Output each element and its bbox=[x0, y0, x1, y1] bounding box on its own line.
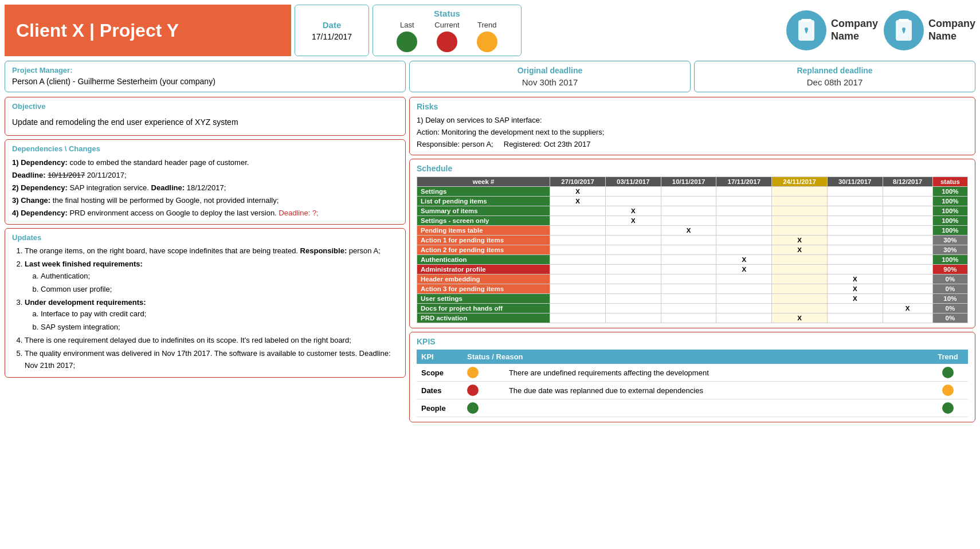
schedule-cell bbox=[883, 284, 932, 294]
deadline-row: Original deadline Nov 30th 2017 Replanne… bbox=[409, 61, 975, 92]
status-box: Status Last Current Trend bbox=[373, 5, 522, 56]
schedule-task-name: Action 2 for pending items bbox=[417, 245, 550, 255]
svg-point-2 bbox=[805, 28, 808, 31]
schedule-cell bbox=[883, 265, 932, 274]
schedule-cell bbox=[605, 245, 661, 255]
schedule-cell bbox=[883, 313, 932, 323]
schedule-cell bbox=[772, 187, 828, 197]
schedule-cell bbox=[827, 187, 883, 197]
original-deadline-box: Original deadline Nov 30th 2017 bbox=[409, 61, 691, 92]
project-title: Client X | Project Y bbox=[5, 5, 291, 56]
schedule-status: 90% bbox=[932, 265, 967, 274]
schedule-cell bbox=[716, 197, 772, 206]
status-label: Status bbox=[434, 9, 460, 18]
risks-box: Risks 1) Delay on services to SAP interf… bbox=[409, 97, 975, 155]
schedule-cell bbox=[883, 187, 932, 197]
schedule-cell bbox=[716, 274, 772, 284]
pm-box: Project Manager: Person A (client) - Gui… bbox=[5, 61, 406, 92]
schedule-cell bbox=[883, 255, 932, 265]
schedule-cell bbox=[550, 284, 606, 294]
schedule-cell bbox=[661, 245, 716, 255]
schedule-cell: X bbox=[883, 304, 932, 313]
schedule-task-name: Authentication bbox=[417, 255, 550, 265]
schedule-cell bbox=[550, 216, 606, 226]
schedule-cell bbox=[605, 294, 661, 304]
company-logo-1: CompanyName bbox=[786, 10, 878, 50]
kpi-reason bbox=[504, 399, 928, 417]
schedule-cell bbox=[661, 197, 716, 206]
kpi-name: Scope bbox=[417, 364, 462, 382]
risks-text: 1) Delay on services to SAP interface: A… bbox=[417, 115, 968, 150]
schedule-cell bbox=[550, 226, 606, 236]
schedule-cell bbox=[550, 265, 606, 274]
schedule-task-name: Administrator profile bbox=[417, 265, 550, 274]
schedule-cell bbox=[661, 294, 716, 304]
schedule-task-name: List of pending items bbox=[417, 197, 550, 206]
date-label: Date bbox=[323, 20, 342, 30]
main-content: Objective Update and remodeling the end … bbox=[5, 97, 975, 422]
schedule-task-name: Settings - screen only bbox=[417, 216, 550, 226]
schedule-cell bbox=[827, 206, 883, 216]
schedule-cell bbox=[661, 313, 716, 323]
schedule-cell bbox=[772, 226, 828, 236]
status-last-label: Last bbox=[400, 21, 414, 29]
dependencies-label: Dependencies \ Changes bbox=[12, 144, 398, 153]
schedule-cell bbox=[661, 206, 716, 216]
schedule-task-name: Docs for project hands off bbox=[417, 304, 550, 313]
company1-name: CompanyName bbox=[831, 18, 878, 42]
objective-label: Objective bbox=[12, 102, 398, 111]
status-last-col: Last bbox=[397, 21, 417, 52]
updates-list: The orange items, on the right board, ha… bbox=[12, 245, 398, 371]
schedule-cell: X bbox=[772, 313, 828, 323]
schedule-cell bbox=[772, 294, 828, 304]
schedule-cell bbox=[661, 304, 716, 313]
original-deadline-value: Nov 30th 2017 bbox=[522, 77, 578, 87]
header-row: Client X | Project Y Date 17/11/2017 Sta… bbox=[5, 5, 975, 56]
kpi-th-trend: Trend bbox=[928, 350, 968, 364]
schedule-cell bbox=[772, 206, 828, 216]
schedule-cell bbox=[772, 284, 828, 294]
schedule-table: week # 27/10/2017 03/11/2017 10/11/2017 … bbox=[417, 177, 968, 323]
schedule-th-week: week # bbox=[417, 177, 550, 187]
schedule-status: 30% bbox=[932, 236, 967, 245]
schedule-cell bbox=[605, 304, 661, 313]
updates-label: Updates bbox=[12, 233, 398, 242]
schedule-cell bbox=[550, 294, 606, 304]
schedule-cell bbox=[605, 236, 661, 245]
dependencies-text: 1) Dependency: code to embed the standar… bbox=[12, 156, 398, 219]
kpi-trend bbox=[928, 382, 968, 399]
schedule-cell bbox=[661, 216, 716, 226]
svg-rect-4 bbox=[899, 19, 909, 22]
schedule-status: 100% bbox=[932, 226, 967, 236]
kpi-name: Dates bbox=[417, 382, 462, 399]
schedule-cell: X bbox=[772, 236, 828, 245]
replanned-deadline-label: Replanned deadline bbox=[797, 66, 872, 75]
schedule-cell bbox=[605, 255, 661, 265]
schedule-cell bbox=[827, 245, 883, 255]
schedule-status: 0% bbox=[932, 274, 967, 284]
schedule-status: 0% bbox=[932, 304, 967, 313]
schedule-cell: X bbox=[605, 206, 661, 216]
schedule-cell bbox=[661, 284, 716, 294]
schedule-cell: X bbox=[716, 255, 772, 265]
schedule-cell bbox=[550, 313, 606, 323]
schedule-cell: X bbox=[661, 226, 716, 236]
schedule-cell bbox=[827, 226, 883, 236]
schedule-cell bbox=[716, 245, 772, 255]
left-column: Objective Update and remodeling the end … bbox=[5, 97, 406, 422]
schedule-cell bbox=[550, 206, 606, 216]
kpi-status bbox=[462, 382, 504, 399]
schedule-cell bbox=[883, 236, 932, 245]
schedule-cell bbox=[827, 236, 883, 245]
date-box: Date 17/11/2017 bbox=[295, 5, 369, 56]
schedule-cell bbox=[661, 187, 716, 197]
schedule-cell bbox=[772, 265, 828, 274]
dependencies-box: Dependencies \ Changes 1) Dependency: co… bbox=[5, 139, 406, 225]
schedule-cell bbox=[827, 255, 883, 265]
schedule-cell bbox=[883, 197, 932, 206]
kpi-th-status: Status / Reason bbox=[462, 350, 928, 364]
status-last-circle bbox=[397, 32, 417, 52]
objective-text: Update and remodeling the end user exper… bbox=[12, 114, 398, 131]
schedule-cell bbox=[661, 265, 716, 274]
schedule-th-2: 03/11/2017 bbox=[605, 177, 661, 187]
